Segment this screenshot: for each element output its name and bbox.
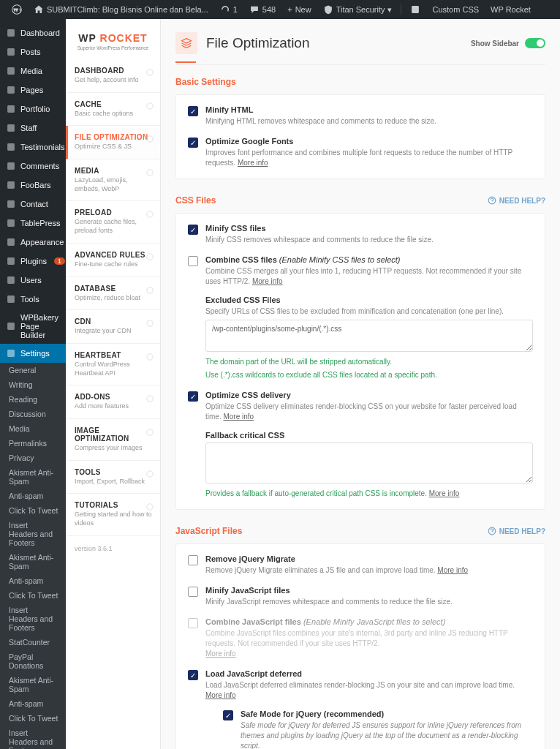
submenu-item[interactable]: Click To Tweet bbox=[0, 711, 66, 726]
wpr-nav-tools[interactable]: TOOLSImport, Export, Rollback bbox=[66, 461, 160, 494]
submenu-item[interactable]: Anti-spam bbox=[0, 696, 66, 711]
svg-rect-7 bbox=[7, 124, 15, 132]
svg-rect-15 bbox=[7, 276, 15, 284]
submenu-item[interactable]: Reading bbox=[0, 392, 66, 407]
show-sidebar-toggle[interactable]: Show Sidebar ON bbox=[471, 38, 545, 48]
menu-tablepress[interactable]: TablePress bbox=[0, 214, 66, 233]
need-help-button[interactable]: NEED HELP? bbox=[488, 527, 545, 535]
minify-css-checkbox[interactable]: ✓ bbox=[188, 225, 198, 235]
menu-wpbakery-page-builder[interactable]: WPBakery Page Builder bbox=[0, 309, 66, 344]
wpr-nav-tutorials[interactable]: TUTORIALSGetting started and how to vide… bbox=[66, 494, 160, 535]
submenu-item[interactable]: StatCounter bbox=[0, 635, 66, 650]
defer-js-checkbox[interactable]: ✓ bbox=[188, 670, 198, 680]
submenu-item[interactable]: Permalinks bbox=[0, 436, 66, 451]
wpr-sidebar: WP ROCKET Superior WordPress Performance… bbox=[66, 19, 161, 749]
wpr-nav-heartbeat[interactable]: HEARTBEATControl WordPress Heartbeat API bbox=[66, 344, 160, 385]
menu-plugins[interactable]: Plugins1 bbox=[0, 252, 66, 271]
submenu-item[interactable]: Writing bbox=[0, 377, 66, 392]
submenu-item[interactable]: Click To Tweet bbox=[0, 503, 66, 518]
wp-logo[interactable] bbox=[6, 4, 28, 15]
submenu-item[interactable]: Insert Headers and Footers bbox=[0, 603, 66, 635]
wpr-nav-dashboard[interactable]: DASHBOARDGet help, account info bbox=[66, 59, 160, 93]
wpr-nav-preload[interactable]: PRELOADGenerate cache files, preload fon… bbox=[66, 201, 160, 243]
menu-tools[interactable]: Tools bbox=[0, 290, 66, 309]
svg-rect-13 bbox=[7, 238, 15, 246]
svg-point-33 bbox=[147, 320, 153, 326]
menu-users[interactable]: Users bbox=[0, 271, 66, 290]
yoast-icon[interactable] bbox=[404, 4, 426, 15]
wpr-logo: WP ROCKET Superior WordPress Performance bbox=[66, 28, 160, 59]
svg-rect-10 bbox=[7, 181, 15, 189]
menu-portfolio[interactable]: Portfolio bbox=[0, 99, 66, 118]
more-info-link[interactable]: More info bbox=[205, 650, 236, 658]
admin-bar: SUBMITClimb: Blog Bisnis Online dan Bela… bbox=[0, 0, 560, 19]
more-info-link[interactable]: More info bbox=[437, 566, 468, 574]
submenu-item[interactable]: Discussion bbox=[0, 407, 66, 421]
more-info-link[interactable]: More info bbox=[238, 159, 268, 167]
svg-rect-3 bbox=[7, 48, 15, 56]
menu-dashboard[interactable]: Dashboard bbox=[0, 23, 66, 42]
wpr-nav-media[interactable]: MEDIALazyLoad, emojis, embeds, WebP bbox=[66, 159, 160, 201]
svg-rect-1 bbox=[412, 6, 420, 13]
wpr-nav-add-ons[interactable]: ADD-ONSAdd more features bbox=[66, 385, 160, 419]
page-title: File Optimization bbox=[206, 35, 310, 51]
menu-settings[interactable]: Settings bbox=[0, 344, 66, 363]
fallback-css-textarea[interactable] bbox=[205, 443, 533, 483]
submenu-item[interactable]: Akismet Anti-Spam bbox=[0, 465, 66, 489]
svg-point-26 bbox=[147, 69, 153, 75]
google-fonts-checkbox[interactable]: ✓ bbox=[188, 138, 198, 148]
submenu-item[interactable]: Akismet Anti-Spam bbox=[0, 673, 66, 696]
updates[interactable]: 1 bbox=[214, 4, 243, 15]
wpr-nav-file-optimization[interactable]: FILE OPTIMIZATIONOptimize CSS & JS bbox=[66, 126, 160, 159]
wpr-nav-cdn[interactable]: CDNIntegrate your CDN bbox=[66, 310, 160, 344]
wp-rocket-menu[interactable]: WP Rocket bbox=[485, 5, 537, 14]
minify-js-checkbox[interactable] bbox=[188, 587, 198, 597]
submenu-item[interactable]: General bbox=[0, 363, 66, 377]
remove-jquery-migrate-checkbox[interactable] bbox=[188, 555, 198, 565]
main-panel: File Optimization Show Sidebar ON Basic … bbox=[161, 19, 560, 749]
more-info-link[interactable]: More info bbox=[252, 277, 283, 285]
excluded-css-textarea[interactable]: /wp-content/plugins/some-plugin/(.*).css bbox=[205, 320, 533, 352]
safe-mode-jquery-checkbox[interactable]: ✓ bbox=[223, 710, 233, 720]
submenu-item[interactable]: PayPal Donations bbox=[0, 650, 66, 673]
submenu-item[interactable]: Anti-spam bbox=[0, 573, 66, 588]
menu-appearance[interactable]: Appearance bbox=[0, 233, 66, 252]
menu-comments[interactable]: Comments548 bbox=[0, 157, 66, 176]
menu-contact[interactable]: Contact bbox=[0, 195, 66, 214]
submenu-item[interactable]: Insert Headers and Footers bbox=[0, 726, 66, 749]
submenu-item[interactable]: Media bbox=[0, 421, 66, 436]
submenu-item[interactable]: Anti-spam bbox=[0, 489, 66, 503]
site-home[interactable]: SUBMITClimb: Blog Bisnis Online dan Bela… bbox=[28, 4, 214, 15]
need-help-button[interactable]: NEED HELP? bbox=[488, 196, 545, 205]
minify-html-checkbox[interactable]: ✓ bbox=[188, 106, 198, 116]
submenu-item[interactable]: Insert Headers and Footers bbox=[0, 518, 66, 550]
section-js-title: JavaScript Files bbox=[175, 526, 242, 536]
optimize-css-delivery-checkbox[interactable]: ✓ bbox=[188, 391, 198, 402]
menu-pages[interactable]: Pages bbox=[0, 80, 66, 99]
comments-count[interactable]: 548 bbox=[243, 4, 281, 15]
menu-staff[interactable]: Staff bbox=[0, 118, 66, 138]
submenu-item[interactable]: Privacy bbox=[0, 451, 66, 465]
custom-css[interactable]: Custom CSS bbox=[426, 5, 485, 14]
wpr-nav-image-optimization[interactable]: IMAGE OPTIMIZATIONCompress your images bbox=[66, 419, 160, 461]
svg-point-31 bbox=[147, 254, 153, 260]
wpr-nav-advanced-rules[interactable]: ADVANCED RULESFine-tune cache rules bbox=[66, 244, 160, 277]
submenu-item[interactable]: Click To Tweet bbox=[0, 588, 66, 603]
more-info-link[interactable]: More info bbox=[205, 691, 236, 699]
menu-posts[interactable]: Posts bbox=[0, 42, 66, 61]
wpr-nav-cache[interactable]: CACHEBasic cache options bbox=[66, 93, 160, 127]
more-info-link[interactable]: More info bbox=[429, 489, 460, 497]
svg-rect-9 bbox=[7, 162, 15, 170]
svg-rect-4 bbox=[7, 67, 15, 75]
svg-point-34 bbox=[147, 354, 153, 360]
titan-security[interactable]: Titan Security ▾ bbox=[317, 4, 398, 15]
menu-testimonials[interactable]: Testimonials bbox=[0, 138, 66, 157]
menu-media[interactable]: Media bbox=[0, 61, 66, 80]
new-content[interactable]: + New bbox=[281, 5, 317, 14]
submenu-item[interactable]: Akismet Anti-Spam bbox=[0, 550, 66, 573]
svg-point-38 bbox=[147, 504, 153, 510]
menu-foobars[interactable]: FooBars bbox=[0, 176, 66, 195]
wpr-nav-database[interactable]: DATABASEOptimize, reduce bloat bbox=[66, 277, 160, 311]
more-info-link[interactable]: More info bbox=[223, 413, 254, 421]
combine-css-checkbox[interactable] bbox=[188, 256, 198, 266]
